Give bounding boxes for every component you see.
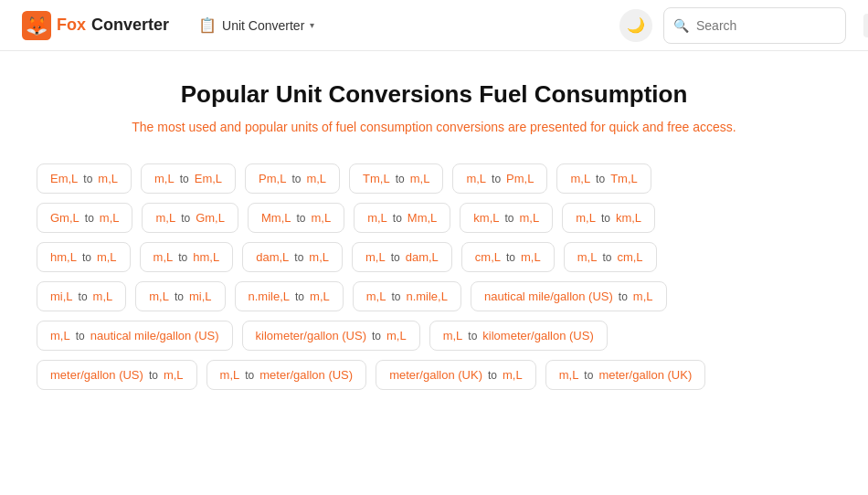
conv-row-3: mi,L to m,L m,L to mi,L n.mile,L to m,L … bbox=[37, 281, 831, 311]
conv-to-label: to bbox=[372, 330, 381, 342]
conv-dest: Mm,L bbox=[408, 211, 438, 225]
conv-dest: cm,L bbox=[617, 250, 642, 264]
subtitle-post: . bbox=[733, 120, 736, 134]
conv-card[interactable]: m,L to dam,L bbox=[352, 242, 452, 272]
conv-from: meter/gallon (UK) bbox=[389, 368, 482, 382]
svg-text:🦊: 🦊 bbox=[26, 15, 48, 37]
conv-from: m,L bbox=[155, 211, 175, 225]
conv-dest: m,L bbox=[633, 290, 653, 303]
conv-card[interactable]: Em,L to m,L bbox=[37, 163, 132, 194]
conv-dest: Gm,L bbox=[196, 211, 225, 225]
conv-dest: m,L bbox=[100, 211, 120, 225]
conv-to-label: to bbox=[505, 212, 514, 225]
conv-card[interactable]: meter/gallon (UK) to m,L bbox=[376, 360, 536, 390]
conv-card[interactable]: m,L to Gm,L bbox=[142, 203, 238, 233]
conv-from: nautical mile/gallon (US) bbox=[484, 290, 613, 303]
unit-converter-icon: 📋 bbox=[198, 16, 217, 34]
conv-to-label: to bbox=[180, 173, 189, 185]
conv-from: km,L bbox=[473, 211, 499, 225]
unit-converter-label: Unit Converter bbox=[222, 18, 304, 33]
conv-dest: meter/gallon (US) bbox=[259, 368, 353, 382]
conv-to-label: to bbox=[295, 290, 304, 303]
conv-to-label: to bbox=[506, 251, 515, 264]
conv-from: m,L bbox=[367, 211, 387, 225]
conv-to-label: to bbox=[584, 369, 593, 382]
conv-card[interactable]: Mm,L to m,L bbox=[248, 203, 344, 233]
conv-from: hm,L bbox=[50, 250, 77, 264]
conv-to-label: to bbox=[296, 212, 305, 225]
conv-dest: meter/gallon (UK) bbox=[598, 368, 692, 382]
conv-from: Gm,L bbox=[50, 211, 79, 225]
page-subtitle: The most used and popular units of fuel … bbox=[37, 120, 831, 134]
search-icon: 🔍 bbox=[673, 18, 689, 33]
conv-from: m,L bbox=[50, 329, 70, 342]
conv-card[interactable]: m,L to cm,L bbox=[564, 242, 657, 272]
conv-from: Em,L bbox=[50, 172, 78, 185]
conv-card[interactable]: m,L to nautical mile/gallon (US) bbox=[37, 321, 233, 351]
conv-card[interactable]: hm,L to m,L bbox=[37, 242, 131, 272]
conv-card[interactable]: mi,L to m,L bbox=[37, 281, 126, 311]
conv-dest: m,L bbox=[520, 211, 540, 225]
conv-card[interactable]: Pm,L to m,L bbox=[245, 163, 340, 194]
conv-dest: m,L bbox=[521, 250, 541, 264]
conv-dest: Tm,L bbox=[610, 172, 638, 185]
conv-card[interactable]: cm,L to m,L bbox=[461, 242, 555, 272]
theme-toggle-button[interactable]: 🌙 bbox=[619, 9, 652, 42]
conv-to-label: to bbox=[76, 330, 85, 342]
conv-dest: n.mile,L bbox=[406, 290, 448, 303]
conv-card[interactable]: m,L to Em,L bbox=[141, 163, 236, 194]
conv-from: Pm,L bbox=[259, 172, 286, 185]
search-input[interactable] bbox=[696, 18, 856, 33]
conv-to-label: to bbox=[391, 290, 400, 303]
conv-card[interactable]: m,L to meter/gallon (US) bbox=[206, 360, 367, 390]
conv-to-label: to bbox=[294, 251, 303, 264]
conv-dest: m,L bbox=[93, 290, 113, 303]
conv-to-label: to bbox=[291, 173, 301, 185]
conv-card[interactable]: dam,L to m,L bbox=[242, 242, 343, 272]
conv-to-label: to bbox=[82, 251, 91, 264]
conv-row-5: meter/gallon (US) to m,L m,L to meter/ga… bbox=[37, 360, 831, 390]
search-box: 🔍 Ctrl K bbox=[663, 7, 846, 44]
moon-icon: 🌙 bbox=[627, 16, 645, 34]
conv-to-label: to bbox=[149, 369, 158, 382]
conv-from: m,L bbox=[153, 250, 174, 264]
conv-dest: m,L bbox=[386, 329, 407, 342]
conv-to-label: to bbox=[391, 251, 400, 264]
conv-card[interactable]: meter/gallon (US) to m,L bbox=[37, 360, 197, 390]
conv-card[interactable]: m,L to Mm,L bbox=[354, 203, 450, 233]
conv-to-label: to bbox=[393, 212, 402, 225]
conv-from: Mm,L bbox=[261, 211, 291, 225]
conv-card[interactable]: m,L to Pm,L bbox=[452, 163, 547, 194]
unit-converter-menu[interactable]: 📋 Unit Converter ▾ bbox=[191, 13, 322, 37]
conv-dest: m,L bbox=[410, 172, 430, 185]
conv-from: m,L bbox=[366, 290, 386, 303]
conv-from: kilometer/gallon (US) bbox=[256, 329, 366, 342]
conv-card[interactable]: m,L to n.mile,L bbox=[353, 281, 461, 311]
conv-card[interactable]: nautical mile/gallon (US) to m,L bbox=[471, 281, 667, 311]
conv-card[interactable]: km,L to m,L bbox=[460, 203, 553, 233]
conv-dest: m,L bbox=[97, 250, 117, 264]
conv-to-label: to bbox=[85, 212, 94, 225]
conv-card[interactable]: m,L to hm,L bbox=[140, 242, 234, 272]
conv-dest: mi,L bbox=[189, 290, 212, 303]
conv-card[interactable]: kilometer/gallon (US) to m,L bbox=[242, 321, 420, 351]
conv-from: m,L bbox=[576, 211, 596, 225]
conv-row-2: hm,L to m,L m,L to hm,L dam,L to m,L m,L… bbox=[37, 242, 831, 272]
main-content: Popular Unit Conversions Fuel Consumptio… bbox=[0, 51, 868, 419]
conv-dest: m,L bbox=[309, 250, 329, 264]
conv-dest: m,L bbox=[311, 211, 331, 225]
conv-dest: hm,L bbox=[193, 250, 219, 264]
conv-dest: nautical mile/gallon (US) bbox=[90, 329, 219, 342]
conv-dest: Pm,L bbox=[506, 172, 534, 185]
chevron-down-icon: ▾ bbox=[310, 20, 314, 30]
conv-card[interactable]: m,L to km,L bbox=[562, 203, 655, 233]
conv-card[interactable]: m,L to mi,L bbox=[135, 281, 225, 311]
logo[interactable]: 🦊 FoxConverter bbox=[22, 11, 169, 40]
conv-card[interactable]: m,L to Tm,L bbox=[556, 163, 651, 194]
conv-card[interactable]: Gm,L to m,L bbox=[37, 203, 132, 233]
conv-from: m,L bbox=[466, 172, 486, 185]
conv-card[interactable]: m,L to kilometer/gallon (US) bbox=[429, 321, 608, 351]
conv-card[interactable]: Tm,L to m,L bbox=[349, 163, 443, 194]
conv-card[interactable]: m,L to meter/gallon (UK) bbox=[545, 360, 706, 390]
conv-card[interactable]: n.mile,L to m,L bbox=[235, 281, 344, 311]
